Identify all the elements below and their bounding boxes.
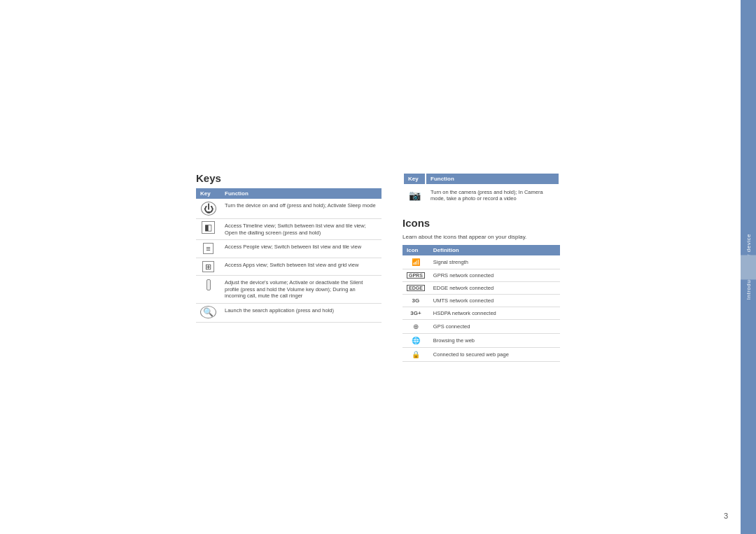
page: Keys Key Function ⏻ Turn the device on a… — [0, 0, 756, 534]
table-row: ⏻ Turn the device on and off (press and … — [196, 199, 382, 219]
icon-display-cell: 🔒 — [402, 348, 429, 362]
camera-icon: 📷 — [409, 190, 421, 201]
key-icon-cell: ⏻ — [196, 199, 220, 219]
keys-section: Keys Key Function ⏻ Turn the device on a… — [196, 172, 382, 323]
icon-definition: Connected to secured web page — [429, 348, 560, 362]
right-key-icon-cell: 📷 — [404, 185, 425, 206]
key-icon-cell: ◧ — [196, 218, 220, 240]
page-number: 3 — [724, 512, 728, 520]
table-row: 🔍 Launch the search application (press a… — [196, 304, 382, 323]
icons-title: Icons — [402, 217, 560, 229]
list-item: EDGE EDGE network connected — [402, 282, 560, 295]
key-function: Access People view; Switch between list … — [220, 240, 382, 258]
key-function: Access Timeline view; Switch between lis… — [220, 218, 382, 240]
icons-col-icon: Icon — [402, 245, 429, 255]
sidebar-scroll-indicator — [741, 255, 756, 279]
key-function: Adjust the device's volume; Activate or … — [220, 275, 382, 303]
key-icon-cell: ≡ — [196, 240, 220, 258]
table-row: Adjust the device's volume; Activate or … — [196, 275, 382, 303]
icons-table: Icon Definition 📶 Signal strength GPRS G… — [402, 245, 560, 362]
icon-display-cell: 📶 — [402, 255, 429, 269]
list-item: 3G+ HSDPA network connected — [402, 307, 560, 320]
key-function: Turn the device on and off (press and ho… — [220, 199, 382, 219]
key-function: Access Apps view; Switch between list vi… — [220, 258, 382, 275]
icons-description: Learn about the icons that appear on you… — [402, 233, 560, 241]
list-item: 🌐 Browsing the web — [402, 334, 560, 348]
list-item: 🔒 Connected to secured web page — [402, 348, 560, 362]
key-icon-cell: 🔍 — [196, 304, 220, 323]
right-key-col-function: Function — [426, 174, 559, 184]
right-key-function: Turn on the camera (press and hold); In … — [426, 185, 559, 206]
icon-definition: EDGE network connected — [429, 282, 560, 295]
table-row: ◧ Access Timeline view; Switch between l… — [196, 218, 382, 240]
list-item: ⊕ GPS connected — [402, 320, 560, 334]
list-item: 3G UMTS network connected — [402, 295, 560, 307]
icon-definition: GPRS network connected — [429, 269, 560, 282]
key-function: Launch the search application (press and… — [220, 304, 382, 323]
table-row: ⊞ Access Apps view; Switch between list … — [196, 258, 382, 275]
keys-table: Key Function ⏻ Turn the device on and of… — [196, 188, 382, 323]
icons-section: Icons Learn about the icons that appear … — [402, 217, 560, 362]
icon-definition: Browsing the web — [429, 334, 560, 348]
icon-display-cell: 3G — [402, 295, 429, 307]
table-row: ≡ Access People view; Switch between lis… — [196, 240, 382, 258]
icon-definition: Signal strength — [429, 255, 560, 269]
icon-display-cell: 3G+ — [402, 307, 429, 320]
sidebar-tab: Introducing your device — [741, 0, 756, 534]
icon-definition: UMTS network connected — [429, 295, 560, 307]
table-row: 📷 Turn on the camera (press and hold); I… — [404, 185, 559, 206]
key-icon-cell — [196, 275, 220, 303]
icon-display-cell: GPRS — [402, 269, 429, 282]
icon-definition: HSDPA network connected — [429, 307, 560, 320]
keys-title: Keys — [196, 172, 382, 184]
keys-col-function: Function — [220, 188, 382, 199]
icon-display-cell: 🌐 — [402, 334, 429, 348]
icon-display-cell: ⊕ — [402, 320, 429, 334]
icons-col-definition: Definition — [429, 245, 560, 255]
list-item: GPRS GPRS network connected — [402, 269, 560, 282]
keys-col-key: Key — [196, 188, 220, 199]
right-section: Key Function 📷 Turn on the camera (press… — [402, 172, 560, 363]
icon-display-cell: EDGE — [402, 282, 429, 295]
icon-definition: GPS connected — [429, 320, 560, 334]
list-item: 📶 Signal strength — [402, 255, 560, 269]
right-key-col-key: Key — [404, 174, 425, 184]
right-key-table: Key Function 📷 Turn on the camera (press… — [402, 172, 560, 208]
key-icon-cell: ⊞ — [196, 258, 220, 275]
